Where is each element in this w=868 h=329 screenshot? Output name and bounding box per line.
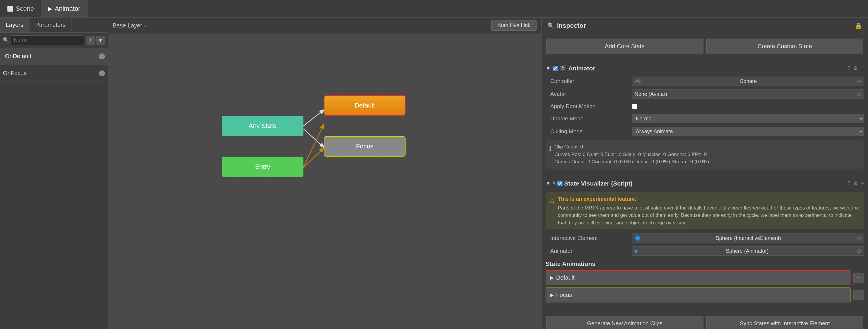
update-mode-label: Update Mode [550, 115, 632, 122]
info-line1: Clip Count: 0 [554, 143, 709, 151]
left-panel-tabs: Layers Parameters [0, 18, 108, 33]
info-line2: Curves Pos: 0 Quat: 0 Euler: 0 Scale: 0 … [554, 151, 709, 158]
controller-field[interactable]: 🎮 Sphere ⊙ [632, 77, 864, 86]
inspector-header: 🔍 Inspector 🔒 [541, 18, 868, 34]
controller-icon: 🎮 [634, 78, 641, 84]
hash-icon: # [553, 180, 556, 186]
layer-ondefault-name: OnDefault [3, 53, 99, 60]
animator-enabled-checkbox[interactable] [553, 66, 558, 71]
options-button[interactable]: ▾ [96, 36, 105, 45]
default-anim-label: Default [556, 274, 575, 281]
center-panel: Base Layer › Auto Live Link [108, 18, 541, 329]
state-anim-row-focus: ▶ Focus − [546, 287, 864, 302]
tab-animator[interactable]: ▶ Animator [41, 0, 88, 17]
state-visualizer-section: ▼ # State Visualizer (Script) ? ⚙ ≡ ⚠ Th… [541, 174, 868, 311]
update-mode-select[interactable]: Normal [632, 114, 864, 123]
inspector-icon: 🔍 [547, 22, 555, 29]
node-default[interactable]: Default [324, 95, 406, 116]
info-line3: Curves Count: 0 Constant: 0 (0.0%) Dense… [554, 158, 709, 166]
ie-icon: 🔷 [634, 235, 641, 241]
experimental-warning-box: ⚠ This is an experimental feature. Parts… [546, 192, 864, 230]
inspector-title: Inspector [557, 22, 586, 29]
apply-root-motion-value [632, 104, 864, 109]
info-icon: ℹ [549, 144, 552, 166]
remove-default-button[interactable]: − [854, 273, 864, 283]
state-animations-label: State Animations [546, 261, 864, 267]
culling-mode-select[interactable]: Always Animate [632, 127, 864, 136]
controller-link-icon: ⊙ [857, 78, 861, 84]
animator-section: ▼ 🎬 Animator ? ⚙ ≡ Controller 🎮 Sphere [541, 59, 868, 174]
animator-info-box: ℹ Clip Count: 0 Curves Pos: 0 Quat: 0 Eu… [546, 140, 864, 169]
ie-link-icon: ⊙ [857, 235, 861, 241]
layers-tab[interactable]: Layers [0, 18, 29, 32]
center-toolbar: Base Layer › Auto Live Link [108, 18, 541, 34]
culling-mode-value: Always Animate [632, 127, 864, 136]
animator-collapse-arrow: ▼ [546, 65, 551, 72]
remove-focus-button[interactable]: − [854, 290, 864, 300]
apply-root-motion-label: Apply Root Motion [550, 103, 632, 110]
experimental-title: This is an experimental feature. [558, 195, 860, 203]
node-any-state-label: Any State [249, 122, 276, 130]
node-entry-label: Entry [255, 163, 270, 171]
generate-clips-button[interactable]: Generate New Animation Clips [546, 316, 704, 329]
update-mode-value: Normal [632, 114, 864, 123]
left-panel: Layers Parameters 🔍 + ▾ OnDefault OnFocu… [0, 18, 108, 329]
sv-animator-field[interactable]: ▶ Sphere (Animator) ⊙ [632, 246, 864, 256]
state-visualizer-component-name: State Visualizer (Script) [564, 180, 847, 187]
add-core-state-button[interactable]: Add Core State [546, 38, 704, 54]
graph-area[interactable]: Any State Entry Default Focus [108, 34, 541, 329]
settings-icon: ⚙ [853, 65, 858, 72]
state-visualizer-arrow: ▼ [546, 180, 551, 186]
layers-tab-label: Layers [6, 22, 23, 28]
sv-more-icon: ≡ [861, 180, 864, 187]
interactive-element-field[interactable]: 🔷 Sphere (InteractiveElement) ⊙ [632, 234, 864, 243]
state-anim-default[interactable]: ▶ Default [546, 270, 850, 285]
tab-scene-label: Scene [16, 5, 34, 12]
layer-item-onfocus[interactable]: OnFocus [0, 65, 108, 82]
parameters-tab[interactable]: Parameters [29, 18, 71, 32]
add-layer-button[interactable]: + [86, 36, 95, 45]
right-panel: 🔍 Inspector 🔒 Add Core State Create Cust… [541, 18, 868, 329]
state-visualizer-header[interactable]: ▼ # State Visualizer (Script) ? ⚙ ≡ [541, 177, 868, 190]
auto-live-link-button[interactable]: Auto Live Link [491, 21, 536, 31]
sv-anim-name: Sphere (Animator) [725, 248, 769, 254]
layer-onfocus-weight [99, 71, 105, 76]
culling-mode-prop: Culling Mode Always Animate [541, 125, 868, 138]
breadcrumb-arrow: › [145, 23, 146, 29]
animator-header[interactable]: ▼ 🎬 Animator ? ⚙ ≡ [541, 62, 868, 75]
sv-settings-icon: ⚙ [853, 180, 858, 187]
sync-states-button[interactable]: Sync States with Interactive Element [706, 316, 864, 329]
state-animations-section: State Animations ▶ Default − ▶ Focus − [541, 257, 868, 308]
focus-anim-label: Focus [556, 292, 572, 298]
state-visualizer-enabled-checkbox[interactable] [557, 181, 562, 186]
node-focus-label: Focus [356, 143, 373, 150]
bottom-buttons: Generate New Animation Clips Sync States… [541, 311, 868, 329]
node-entry[interactable]: Entry [222, 157, 304, 177]
search-input[interactable] [11, 35, 84, 45]
experimental-text: Parts of the MRTK appear to have a lot o… [558, 204, 860, 227]
sv-anim-icon: ▶ [634, 248, 639, 254]
layer-item-ondefault[interactable]: OnDefault [0, 48, 108, 65]
controller-prop: Controller 🎮 Sphere ⊙ [541, 75, 868, 88]
controller-value: 🎮 Sphere ⊙ [632, 77, 864, 86]
create-custom-state-button[interactable]: Create Custom State [706, 38, 864, 54]
state-anim-focus[interactable]: ▶ Focus [546, 287, 850, 302]
avatar-label: Avatar [550, 91, 632, 97]
help-icon: ? [847, 65, 850, 72]
apply-root-motion-checkbox[interactable] [632, 104, 637, 109]
warning-icon: ⚠ [549, 196, 555, 227]
tab-scene[interactable]: ⬜ Scene [0, 0, 41, 17]
focus-expand-arrow: ▶ [550, 292, 554, 298]
node-focus[interactable]: Focus [324, 136, 406, 157]
svg-line-1 [304, 129, 324, 147]
culling-mode-label: Culling Mode [550, 128, 632, 135]
node-default-label: Default [354, 102, 375, 109]
sv-help-icon: ? [847, 180, 850, 187]
parameters-tab-label: Parameters [35, 22, 65, 28]
node-any-state[interactable]: Any State [222, 116, 304, 136]
more-icon: ≡ [861, 65, 864, 72]
transition-arrows [108, 34, 541, 329]
state-visualizer-menu-icons: ? ⚙ ≡ [847, 180, 864, 187]
avatar-field[interactable]: None (Avatar) ⊙ [632, 89, 864, 99]
scene-icon: ⬜ [7, 5, 13, 12]
